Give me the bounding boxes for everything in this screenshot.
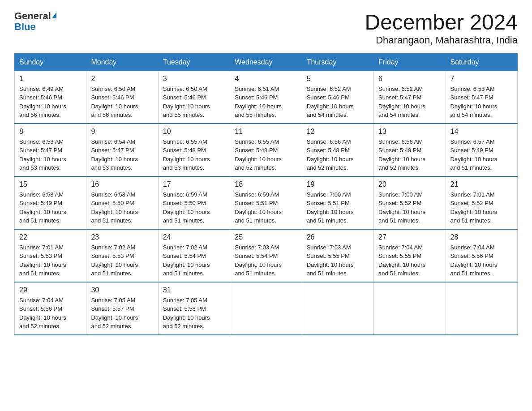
calendar-day-cell: 15 Sunrise: 6:58 AM Sunset: 5:49 PM Dayl… — [15, 176, 86, 229]
day-number: 20 — [378, 180, 441, 188]
calendar-day-cell: 17 Sunrise: 6:59 AM Sunset: 5:50 PM Dayl… — [158, 176, 230, 229]
day-number: 25 — [235, 233, 297, 241]
day-number: 30 — [91, 286, 153, 294]
day-info: Sunrise: 6:56 AM Sunset: 5:48 PM Dayligh… — [307, 137, 369, 172]
day-of-week-header: Wednesday — [230, 53, 302, 71]
calendar-title: December 2024 — [365, 11, 518, 34]
day-of-week-header: Friday — [374, 53, 446, 71]
day-info: Sunrise: 7:04 AM Sunset: 5:55 PM Dayligh… — [378, 243, 441, 278]
day-info: Sunrise: 7:02 AM Sunset: 5:53 PM Dayligh… — [91, 243, 153, 278]
day-number: 26 — [307, 233, 369, 241]
calendar-header-row: SundayMondayTuesdayWednesdayThursdayFrid… — [15, 53, 518, 71]
calendar-day-cell: 23 Sunrise: 7:02 AM Sunset: 5:53 PM Dayl… — [86, 229, 158, 282]
day-number: 21 — [450, 180, 513, 188]
day-info: Sunrise: 6:58 AM Sunset: 5:50 PM Dayligh… — [91, 190, 153, 225]
logo-triangle-icon — [52, 12, 56, 18]
day-number: 5 — [307, 75, 369, 83]
calendar-day-cell: 28 Sunrise: 7:04 AM Sunset: 5:56 PM Dayl… — [446, 229, 517, 282]
calendar-day-cell: 26 Sunrise: 7:03 AM Sunset: 5:55 PM Dayl… — [302, 229, 373, 282]
day-info: Sunrise: 6:58 AM Sunset: 5:49 PM Dayligh… — [19, 190, 82, 225]
calendar-day-cell: 8 Sunrise: 6:53 AM Sunset: 5:47 PM Dayli… — [15, 124, 86, 176]
calendar-day-cell: 4 Sunrise: 6:51 AM Sunset: 5:46 PM Dayli… — [230, 71, 302, 124]
day-info: Sunrise: 6:57 AM Sunset: 5:49 PM Dayligh… — [450, 137, 513, 172]
day-number: 7 — [450, 75, 513, 83]
day-number: 3 — [163, 75, 225, 83]
day-number: 19 — [307, 180, 369, 188]
day-info: Sunrise: 6:56 AM Sunset: 5:49 PM Dayligh… — [378, 137, 441, 172]
calendar-day-cell: 31 Sunrise: 7:05 AM Sunset: 5:58 PM Dayl… — [158, 282, 230, 335]
day-info: Sunrise: 6:52 AM Sunset: 5:46 PM Dayligh… — [307, 85, 369, 120]
day-info: Sunrise: 7:03 AM Sunset: 5:55 PM Dayligh… — [307, 243, 369, 278]
day-number: 14 — [450, 128, 513, 136]
day-info: Sunrise: 7:00 AM Sunset: 5:51 PM Dayligh… — [307, 190, 369, 225]
logo: General Blue — [14, 11, 56, 32]
day-number: 2 — [91, 75, 153, 83]
day-number: 4 — [235, 75, 297, 83]
day-info: Sunrise: 7:00 AM Sunset: 5:52 PM Dayligh… — [378, 190, 441, 225]
day-info: Sunrise: 7:03 AM Sunset: 5:54 PM Dayligh… — [235, 243, 297, 278]
calendar-subtitle: Dharangaon, Maharashtra, India — [365, 34, 518, 46]
calendar-week-row: 22 Sunrise: 7:01 AM Sunset: 5:53 PM Dayl… — [15, 229, 518, 282]
day-number: 6 — [378, 75, 441, 83]
calendar-day-cell — [446, 282, 517, 335]
calendar-day-cell — [230, 282, 302, 335]
calendar-day-cell: 14 Sunrise: 6:57 AM Sunset: 5:49 PM Dayl… — [446, 124, 517, 176]
day-info: Sunrise: 6:53 AM Sunset: 5:47 PM Dayligh… — [450, 85, 513, 120]
calendar-day-cell: 3 Sunrise: 6:50 AM Sunset: 5:46 PM Dayli… — [158, 71, 230, 124]
calendar-day-cell: 9 Sunrise: 6:54 AM Sunset: 5:47 PM Dayli… — [86, 124, 158, 176]
day-number: 12 — [307, 128, 369, 136]
calendar-day-cell: 12 Sunrise: 6:56 AM Sunset: 5:48 PM Dayl… — [302, 124, 373, 176]
calendar-day-cell: 5 Sunrise: 6:52 AM Sunset: 5:46 PM Dayli… — [302, 71, 373, 124]
day-info: Sunrise: 6:59 AM Sunset: 5:51 PM Dayligh… — [235, 190, 297, 225]
calendar-day-cell — [302, 282, 373, 335]
calendar-day-cell: 1 Sunrise: 6:49 AM Sunset: 5:46 PM Dayli… — [15, 71, 86, 124]
day-of-week-header: Thursday — [302, 53, 373, 71]
calendar-table: SundayMondayTuesdayWednesdayThursdayFrid… — [14, 53, 518, 335]
calendar-week-row: 15 Sunrise: 6:58 AM Sunset: 5:49 PM Dayl… — [15, 176, 518, 229]
calendar-day-cell: 10 Sunrise: 6:55 AM Sunset: 5:48 PM Dayl… — [158, 124, 230, 176]
calendar-week-row: 29 Sunrise: 7:04 AM Sunset: 5:56 PM Dayl… — [15, 282, 518, 335]
day-number: 27 — [378, 233, 441, 241]
day-info: Sunrise: 6:54 AM Sunset: 5:47 PM Dayligh… — [91, 137, 153, 172]
day-number: 18 — [235, 180, 297, 188]
day-number: 13 — [378, 128, 441, 136]
day-number: 22 — [19, 233, 82, 241]
calendar-day-cell: 21 Sunrise: 7:01 AM Sunset: 5:52 PM Dayl… — [446, 176, 517, 229]
day-info: Sunrise: 6:49 AM Sunset: 5:46 PM Dayligh… — [19, 85, 82, 120]
calendar-day-cell: 16 Sunrise: 6:58 AM Sunset: 5:50 PM Dayl… — [86, 176, 158, 229]
calendar-day-cell: 13 Sunrise: 6:56 AM Sunset: 5:49 PM Dayl… — [374, 124, 446, 176]
day-number: 28 — [450, 233, 513, 241]
day-info: Sunrise: 6:59 AM Sunset: 5:50 PM Dayligh… — [163, 190, 225, 225]
day-number: 1 — [19, 75, 82, 83]
calendar-day-cell: 20 Sunrise: 7:00 AM Sunset: 5:52 PM Dayl… — [374, 176, 446, 229]
day-number: 10 — [163, 128, 225, 136]
day-info: Sunrise: 6:50 AM Sunset: 5:46 PM Dayligh… — [163, 85, 225, 120]
title-block: December 2024 Dharangaon, Maharashtra, I… — [365, 11, 518, 46]
day-number: 17 — [163, 180, 225, 188]
day-info: Sunrise: 6:50 AM Sunset: 5:46 PM Dayligh… — [91, 85, 153, 120]
calendar-day-cell: 22 Sunrise: 7:01 AM Sunset: 5:53 PM Dayl… — [15, 229, 86, 282]
day-info: Sunrise: 7:01 AM Sunset: 5:52 PM Dayligh… — [450, 190, 513, 225]
calendar-day-cell: 19 Sunrise: 7:00 AM Sunset: 5:51 PM Dayl… — [302, 176, 373, 229]
day-info: Sunrise: 6:53 AM Sunset: 5:47 PM Dayligh… — [19, 137, 82, 172]
calendar-day-cell: 2 Sunrise: 6:50 AM Sunset: 5:46 PM Dayli… — [86, 71, 158, 124]
day-number: 16 — [91, 180, 153, 188]
calendar-day-cell: 24 Sunrise: 7:02 AM Sunset: 5:54 PM Dayl… — [158, 229, 230, 282]
calendar-day-cell: 7 Sunrise: 6:53 AM Sunset: 5:47 PM Dayli… — [446, 71, 517, 124]
day-of-week-header: Tuesday — [158, 53, 230, 71]
logo-general: General — [14, 11, 51, 21]
calendar-day-cell: 11 Sunrise: 6:55 AM Sunset: 5:48 PM Dayl… — [230, 124, 302, 176]
day-info: Sunrise: 6:51 AM Sunset: 5:46 PM Dayligh… — [235, 85, 297, 120]
day-info: Sunrise: 6:55 AM Sunset: 5:48 PM Dayligh… — [235, 137, 297, 172]
calendar-day-cell: 29 Sunrise: 7:04 AM Sunset: 5:56 PM Dayl… — [15, 282, 86, 335]
calendar-day-cell: 18 Sunrise: 6:59 AM Sunset: 5:51 PM Dayl… — [230, 176, 302, 229]
logo-blue: Blue — [14, 21, 36, 32]
day-number: 31 — [163, 286, 225, 294]
day-info: Sunrise: 7:05 AM Sunset: 5:57 PM Dayligh… — [91, 296, 153, 331]
day-number: 11 — [235, 128, 297, 136]
day-number: 23 — [91, 233, 153, 241]
calendar-day-cell: 27 Sunrise: 7:04 AM Sunset: 5:55 PM Dayl… — [374, 229, 446, 282]
header: General Blue December 2024 Dharangaon, M… — [14, 11, 518, 46]
day-info: Sunrise: 7:01 AM Sunset: 5:53 PM Dayligh… — [19, 243, 82, 278]
day-info: Sunrise: 7:04 AM Sunset: 5:56 PM Dayligh… — [450, 243, 513, 278]
